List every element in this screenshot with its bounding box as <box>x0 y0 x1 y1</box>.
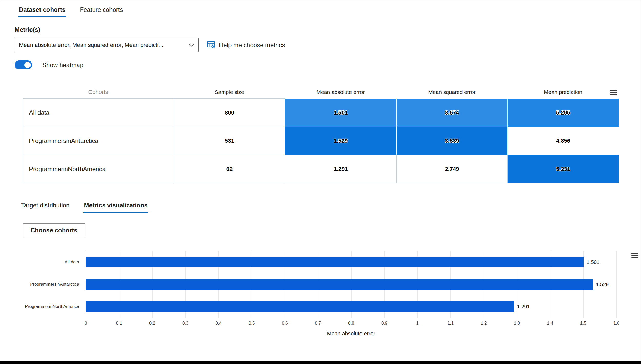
tab-dataset-cohorts[interactable]: Dataset cohorts <box>18 5 66 17</box>
metrics-dropdown[interactable]: Mean absolute error, Mean squared error,… <box>15 38 199 52</box>
table-menu-icon[interactable] <box>610 90 617 95</box>
toggle-knob <box>24 62 31 68</box>
show-heatmap-toggle[interactable] <box>15 60 32 69</box>
metrics-help-icon <box>207 40 215 50</box>
x-tick-label: 0.1 <box>116 321 122 326</box>
cohort-name-cell: ProgrammerinNorthAmerica <box>23 155 174 183</box>
x-tick-label: 0.2 <box>149 321 155 326</box>
show-heatmap-row: Show heatmap <box>15 60 83 69</box>
x-tick-label: 0.9 <box>381 321 387 326</box>
bar[interactable] <box>86 257 584 267</box>
chevron-down-icon <box>189 43 194 47</box>
table-header-row: Cohorts Sample size Mean absolute error … <box>23 86 619 98</box>
x-tick-label: 0 <box>85 321 87 326</box>
metric-value-cell: 3.839 <box>397 127 508 155</box>
x-tick-label: 1.2 <box>481 321 487 326</box>
help-me-choose-metrics-link[interactable]: Help me choose metrics <box>207 38 285 52</box>
column-header-mean-prediction: Mean prediction <box>507 89 619 95</box>
x-tick-label: 1.6 <box>613 321 619 326</box>
visualization-tabs: Target distribution Metrics visualizatio… <box>21 201 148 213</box>
x-tick-label: 1.1 <box>448 321 454 326</box>
chart-category-axis: All dataProgrammersinAntarcticaProgramme… <box>23 251 86 318</box>
sample-size-cell: 800 <box>174 99 285 127</box>
heatmap-grid: All data8001.5013.6745.205ProgrammersinA… <box>23 98 619 183</box>
show-heatmap-label: Show heatmap <box>42 61 83 69</box>
chart-menu-icon[interactable] <box>631 253 638 258</box>
x-tick-label: 1.3 <box>514 321 520 326</box>
metrics-bar-chart: All dataProgrammersinAntarcticaProgramme… <box>23 251 623 341</box>
cohort-tabs: Dataset cohorts Feature cohorts <box>18 5 123 17</box>
metric-value-cell: 2.749 <box>397 155 508 183</box>
chart-plot-area: 1.5011.5291.291 <box>86 251 616 318</box>
x-tick-label: 0.7 <box>315 321 321 326</box>
cohort-name-cell: ProgrammersinAntarctica <box>23 127 174 155</box>
table-row: ProgrammersinAntarctica5311.5293.8394.85… <box>23 127 619 155</box>
bar[interactable] <box>86 279 593 290</box>
chart-category-label: All data <box>65 259 79 265</box>
tab-target-distribution[interactable]: Target distribution <box>21 201 70 213</box>
metric-value-cell: 5.205 <box>508 99 619 127</box>
column-header-cohorts: Cohorts <box>23 89 174 96</box>
metric-value-cell: 3.674 <box>397 99 508 127</box>
x-tick-label: 0.8 <box>348 321 354 326</box>
chart-category-label: ProgrammerinNorthAmerica <box>25 304 79 309</box>
column-header-mean-absolute-error: Mean absolute error <box>285 89 396 95</box>
gridline <box>616 251 617 318</box>
bar-value-label: 1.529 <box>596 282 609 287</box>
metric-value-cell: 4.856 <box>508 127 619 155</box>
bar-value-label: 1.501 <box>587 259 599 265</box>
sample-size-cell: 531 <box>174 127 285 155</box>
metrics-label: Metric(s) <box>15 26 40 33</box>
x-tick-label: 1.4 <box>547 321 553 326</box>
sample-size-cell: 62 <box>174 155 285 183</box>
x-tick-label: 0.5 <box>249 321 255 326</box>
chart-x-axis-title: Mean absolute error <box>86 330 616 337</box>
help-label: Help me choose metrics <box>219 41 285 49</box>
chart-x-axis: 00.10.20.30.40.50.60.70.80.911.11.21.31.… <box>86 321 616 327</box>
chart-category-label: ProgrammersinAntarctica <box>30 282 79 287</box>
metric-value-cell: 1.501 <box>285 99 397 127</box>
x-tick-label: 1.5 <box>580 321 586 326</box>
column-header-mean-squared-error: Mean squared error <box>396 89 507 95</box>
model-overview-page: Dataset cohorts Feature cohorts Metric(s… <box>0 0 641 364</box>
footer-bar <box>0 361 641 364</box>
bar-value-label: 1.291 <box>517 304 530 309</box>
column-header-sample-size: Sample size <box>174 89 285 95</box>
table-row: All data8001.5013.6745.205 <box>23 99 619 127</box>
cohort-metrics-table: Cohorts Sample size Mean absolute error … <box>23 86 619 183</box>
metric-value-cell: 5.231 <box>508 155 619 183</box>
bar[interactable] <box>86 301 514 312</box>
metric-value-cell: 1.291 <box>285 155 397 183</box>
x-tick-label: 0.6 <box>282 321 288 326</box>
x-tick-label: 0.4 <box>215 321 222 326</box>
metrics-dropdown-value: Mean absolute error, Mean squared error,… <box>19 42 163 48</box>
cohort-name-cell: All data <box>23 99 174 127</box>
x-tick-label: 1 <box>416 321 418 326</box>
metric-value-cell: 1.529 <box>285 127 397 155</box>
tab-feature-cohorts[interactable]: Feature cohorts <box>79 5 123 17</box>
x-tick-label: 0.3 <box>182 321 188 326</box>
choose-cohorts-button[interactable]: Choose cohorts <box>23 223 85 237</box>
tab-metrics-visualizations[interactable]: Metrics visualizations <box>83 201 148 213</box>
table-row: ProgrammerinNorthAmerica621.2912.7495.23… <box>23 155 619 183</box>
